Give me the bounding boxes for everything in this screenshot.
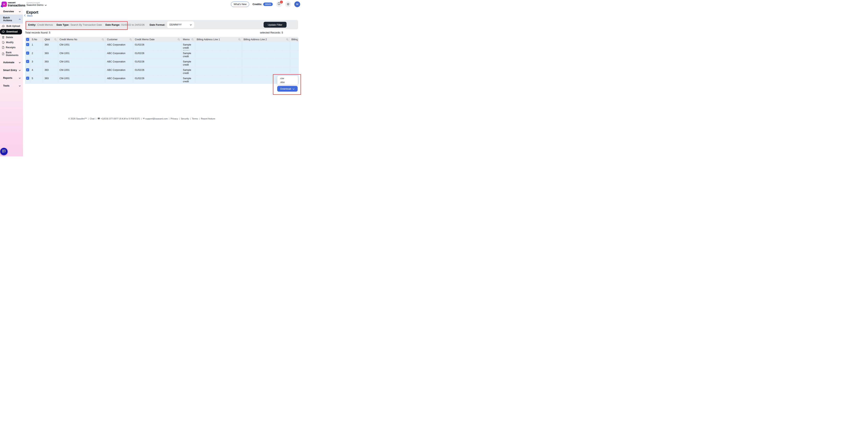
search-icon[interactable] [190, 38, 194, 41]
cell-credit_memo_date: 01/02/26 [133, 42, 181, 51]
row-checkbox[interactable]: ✓ [26, 76, 29, 80]
cell-bal2 [242, 67, 290, 75]
column-label: Credit Memo Date [135, 38, 154, 41]
table-row: ✓4393CM-1001ABC Corporation01/02/26Sampl… [25, 67, 299, 75]
cell-sno: 2 [30, 51, 43, 59]
whats-new-button[interactable]: What's New [231, 2, 249, 7]
app-window: tr saasant transactions Current Account … [0, 0, 305, 156]
table-row: ✓5393CM-1001ABC Corporation01/02/26Sampl… [25, 75, 299, 84]
settings-button[interactable]: ⚙ [285, 1, 291, 7]
search-icon[interactable] [177, 38, 180, 41]
search-icon[interactable] [53, 38, 57, 41]
footer-separator: | [88, 118, 89, 120]
footer-item-text: Report feature [201, 118, 215, 120]
sidebar-item-label: Modify [6, 41, 13, 44]
sidebar-section-batch-actions[interactable]: Batch Actions [0, 14, 23, 24]
document-edit-icon [2, 41, 4, 44]
cell-bal1 [195, 67, 242, 75]
cell-sno: 4 [30, 67, 43, 75]
footer-link-chat[interactable]: Chat [90, 118, 94, 120]
search-icon[interactable] [285, 38, 288, 41]
search-icon[interactable] [237, 38, 241, 41]
sidebar-item-bank-statements[interactable]: Bank Statements [0, 50, 23, 58]
menu-item-csv[interactable]: .csv [277, 76, 298, 80]
back-link[interactable]: Back [24, 14, 33, 17]
chevron-down-icon [19, 10, 21, 13]
gear-icon: ⚙ [287, 3, 289, 6]
cell-memo: Sample credit memo [181, 67, 195, 75]
table-row: ✓3393CM-1001ABC Corporation01/02/26Sampl… [25, 59, 299, 67]
download-button-label: Download [280, 88, 291, 90]
chevron-down-icon [292, 88, 294, 90]
cell-memo: Sample credit memo [181, 59, 195, 67]
cell-bal1 [195, 59, 242, 67]
sidebar-item-download[interactable]: Download [0, 29, 22, 34]
notification-count-badge: 1 [280, 1, 283, 3]
credits-label: Credits: [252, 3, 262, 6]
sidebar-section-label: Reports [3, 76, 12, 80]
cell-qbid: 393 [43, 59, 58, 67]
footer-separator: | [141, 118, 142, 120]
update-filter-button[interactable]: Update Filter [264, 22, 286, 28]
column-header-memo: Memo [181, 37, 195, 42]
total-records-text: Total records found: 5 [25, 31, 51, 34]
sidebar-section-reports[interactable]: Reports [0, 75, 23, 81]
date-format-select[interactable]: DD/MM/YY [167, 22, 194, 28]
footer-link-report-feature[interactable]: Report feature [201, 118, 215, 120]
sidebar-item-modify[interactable]: Modify [0, 40, 23, 45]
row-checkbox[interactable]: ✓ [26, 60, 29, 63]
sidebar-item-receipts[interactable]: Receipts [0, 45, 23, 50]
account-name-text: SaasAnt Demo [27, 4, 43, 7]
search-icon[interactable] [100, 38, 104, 41]
sidebar-section-overview[interactable]: Overview [0, 8, 23, 14]
row-checkbox-cell: ✓ [25, 51, 30, 59]
selected-records-text: selected Records: 5 [260, 31, 283, 34]
notifications-button[interactable]: 1 [276, 1, 282, 7]
sidebar-item-delete[interactable]: Delete [0, 35, 23, 40]
sidebar-section-tools[interactable]: Tools [0, 83, 23, 89]
file-icon [2, 53, 4, 55]
chat-widget-button[interactable] [0, 148, 8, 155]
download-button[interactable]: Download [277, 86, 298, 92]
cell-credit_memo_no: CM-1001 [58, 67, 105, 75]
chevron-down-icon [45, 4, 47, 7]
cell-bal3 [290, 67, 299, 75]
sidebar-item-label: Delete [6, 36, 13, 39]
entity-label: Entity: [28, 23, 36, 26]
sidebar-section-automate[interactable]: Automate [0, 59, 23, 66]
account-name[interactable]: SaasAnt Demo [27, 4, 47, 7]
back-label: Back [27, 14, 33, 17]
cell-memo: Sample credit memo [181, 51, 195, 59]
menu-item-xlsx[interactable]: .xlsx [277, 80, 298, 84]
footer-copyright: © 2026 SaasAnt™ [68, 118, 87, 120]
filter-date-type: Date Type: Search By Transaction Date [56, 23, 102, 26]
sidebar-item-bulk-upload[interactable]: Bulk Upload [0, 24, 23, 29]
footer-link-privacy[interactable]: Privacy [170, 118, 178, 120]
row-checkbox[interactable]: ✓ [26, 68, 29, 71]
credits-badge: 99505 [263, 3, 273, 6]
user-avatar[interactable]: M [294, 1, 300, 7]
app-logo[interactable]: tr saasant transactions [0, 2, 24, 7]
chat-bubble-icon [2, 149, 6, 154]
search-icon[interactable] [128, 38, 132, 41]
page-title: Export [26, 10, 38, 14]
column-label: Memo [183, 38, 190, 41]
row-checkbox[interactable]: ✓ [26, 43, 29, 46]
footer-link-security[interactable]: Security [181, 118, 189, 120]
column-header-credit-memo-no: Credit Memo No [58, 37, 105, 42]
footer-link-1-619-377-0977-9-a-m-to-5-p-m-est[interactable]: ☎+1(619) 377-0977 (9 A.M to 5 P.M EST) [97, 117, 140, 120]
credits: Credits: 99505 [252, 3, 273, 6]
sidebar-section-smart-entry[interactable]: Smart Entry [0, 67, 23, 73]
date-range-label: Date Range: [105, 23, 120, 26]
footer-link-support-saasant-com[interactable]: ✉support@saasant.com [143, 117, 168, 120]
footer-separator: | [190, 118, 191, 120]
footer-item-text: Privacy [170, 118, 178, 120]
account-switcher[interactable]: Current Account SaasAnt Demo [27, 2, 47, 7]
cell-bal3 [290, 42, 299, 51]
sidebar-section-label: Overview [3, 10, 14, 13]
footer-link-terms[interactable]: Terms [192, 118, 198, 120]
row-checkbox[interactable]: ✓ [26, 52, 29, 55]
topbar-actions: What's New Credits: 99505 1 ⚙ M [231, 1, 305, 7]
column-label: S.No [32, 38, 37, 41]
select-all-checkbox[interactable]: ✓ [26, 38, 29, 41]
